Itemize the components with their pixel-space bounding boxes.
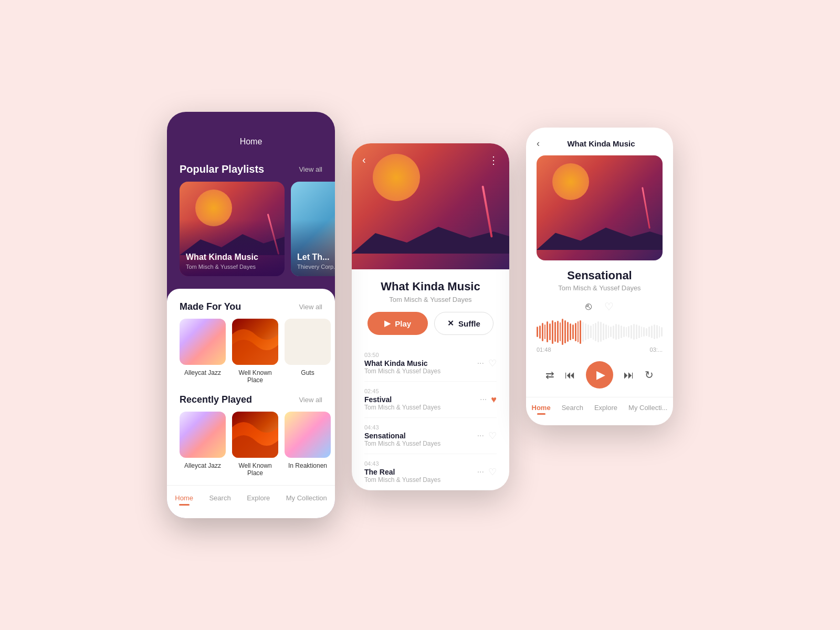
- track-duration-2: 02:45: [364, 388, 480, 394]
- detail-more-button[interactable]: ⋮: [488, 154, 499, 166]
- waveform-bar-22: [593, 324, 594, 340]
- track-item-2[interactable]: 02:45 Festival Tom Misch & Yussef Dayes …: [364, 382, 497, 418]
- waveform-bar-30: [613, 326, 614, 339]
- shuffle-button[interactable]: ✕ Suffle: [434, 312, 494, 335]
- prev-button[interactable]: ⏮: [565, 369, 575, 381]
- waveform-bar-2: [542, 323, 543, 341]
- track-more-4[interactable]: ···: [477, 467, 484, 477]
- nav-explore-label: Explore: [247, 494, 270, 502]
- recent-item-3[interactable]: In Reaktionen: [285, 412, 331, 477]
- track-heart-2[interactable]: ♥: [491, 394, 497, 405]
- guts-art: [285, 319, 331, 365]
- repeat-button[interactable]: ↻: [645, 369, 654, 381]
- nav-home-indicator: [179, 504, 190, 506]
- waveform-bar-29: [610, 327, 612, 337]
- track-item-3[interactable]: 04:43 Sensational Tom Misch & Yussef Day…: [364, 418, 497, 454]
- made-for-you-section: Made For You View all Alleycat Jazz: [167, 289, 335, 518]
- waveform-bar-20: [587, 324, 589, 339]
- nav-collection[interactable]: My Collection: [286, 494, 327, 506]
- nav-home[interactable]: Home: [175, 494, 193, 506]
- play-pause-button[interactable]: ▶: [586, 361, 613, 388]
- screens-container: Home Popular Playlists View all What Kin…: [167, 112, 673, 518]
- next-button[interactable]: ⏭: [624, 369, 634, 381]
- made-view-all[interactable]: View all: [299, 303, 322, 311]
- nav-search-label: Search: [209, 494, 230, 502]
- player-controls-main: ⇄ ⏮ ▶ ⏭ ↻: [526, 357, 673, 397]
- play-label: Play: [395, 319, 411, 328]
- recent-item-1[interactable]: Alleycat Jazz: [180, 412, 226, 477]
- waveform-bar-49: [661, 327, 663, 337]
- alleycat-art: [180, 319, 226, 365]
- track-name-1: What Kinda Music: [364, 359, 477, 368]
- player-nav-home[interactable]: Home: [532, 404, 551, 415]
- waveform-bar-32: [618, 324, 620, 339]
- track-artist-4: Tom Misch & Yussef Dayes: [364, 476, 477, 484]
- shuffle-icon: ✕: [447, 319, 454, 328]
- waveform-bar-34: [623, 327, 625, 337]
- album-item-1[interactable]: Alleycat Jazz: [180, 319, 226, 384]
- play-button[interactable]: ▶ Play: [368, 312, 428, 335]
- waveform-bar-14: [572, 324, 574, 339]
- player-cover: [537, 155, 663, 260]
- waveform-bar-36: [628, 326, 629, 338]
- made-header: Made For You View all: [167, 291, 335, 319]
- track-heart-4[interactable]: ♡: [488, 466, 497, 478]
- track-item-1[interactable]: 03:50 What Kinda Music Tom Misch & Yusse…: [364, 345, 497, 382]
- recent-item-2[interactable]: Well Known Place: [232, 412, 278, 477]
- recently-row: Alleycat Jazz Well Known Place: [167, 412, 335, 485]
- detail-cover: ‹ ⋮: [352, 143, 509, 269]
- playlist-card-2[interactable]: Let Th... Thievery Corp...: [291, 182, 335, 276]
- waveform-bar-24: [597, 321, 599, 342]
- track-actions-2: ··· ♥: [480, 394, 497, 405]
- nav-explore[interactable]: Explore: [247, 494, 270, 506]
- track-more-2[interactable]: ···: [480, 395, 487, 404]
- nav-collection-label: My Collection: [286, 494, 327, 502]
- player-ribbon: [642, 187, 650, 228]
- shuffle-ctrl-button[interactable]: ⇄: [545, 369, 554, 381]
- waveform-bar-12: [567, 322, 569, 342]
- playlist-card-1[interactable]: What Kinda Music Tom Misch & Yussef Daye…: [180, 182, 285, 276]
- track-actions-4: ··· ♡: [477, 466, 497, 478]
- detail-mountain: [352, 222, 509, 254]
- detail-actions: ▶ Play ✕ Suffle: [364, 312, 497, 335]
- waveform-bar-3: [544, 324, 546, 339]
- card1-overlay: What Kinda Music Tom Misch & Yussef Daye…: [180, 246, 285, 276]
- card2-overlay: Let Th... Thievery Corp...: [291, 246, 335, 276]
- track-name-4: The Real: [364, 468, 477, 476]
- player-nav-indicator: [537, 413, 545, 415]
- popular-view-all[interactable]: View all: [299, 165, 322, 173]
- track-heart-1[interactable]: ♡: [488, 358, 497, 369]
- popular-playlists: What Kinda Music Tom Misch & Yussef Daye…: [167, 182, 335, 287]
- waveform-container[interactable]: [526, 317, 673, 346]
- recent-label-1: Alleycat Jazz: [184, 462, 221, 469]
- album-item-3[interactable]: Guts: [285, 319, 331, 384]
- waveform-bar-43: [646, 328, 647, 336]
- nav-search[interactable]: Search: [209, 494, 230, 506]
- track-info-1: 03:50 What Kinda Music Tom Misch & Yusse…: [364, 352, 477, 375]
- track-actions-3: ··· ♡: [477, 430, 497, 442]
- player-nav-explore[interactable]: Explore: [594, 404, 617, 415]
- recently-view-all[interactable]: View all: [299, 396, 322, 404]
- share-icon[interactable]: ⎋: [585, 300, 592, 313]
- recent-label-3: In Reaktionen: [288, 462, 327, 469]
- player-mountain: [537, 224, 663, 250]
- track-list: 03:50 What Kinda Music Tom Misch & Yusse…: [352, 345, 509, 490]
- heart-icon[interactable]: ♡: [604, 300, 614, 313]
- waveform-bar-6: [552, 320, 553, 344]
- sun-decoration: [195, 190, 232, 226]
- track-item-4[interactable]: 04:43 The Real Tom Misch & Yussef Dayes …: [364, 454, 497, 490]
- waveform-bar-33: [621, 326, 622, 338]
- player-nav-collection[interactable]: My Collecti...: [628, 404, 667, 415]
- detail-back-button[interactable]: ‹: [362, 154, 366, 166]
- album-item-2[interactable]: Well Known Place: [232, 319, 278, 384]
- track-heart-3[interactable]: ♡: [488, 430, 497, 442]
- track-artist-3: Tom Misch & Yussef Dayes: [364, 440, 477, 447]
- track-more-3[interactable]: ···: [477, 431, 484, 440]
- track-more-1[interactable]: ···: [477, 359, 484, 368]
- album-thumb-2: [232, 319, 278, 365]
- track-artist-2: Tom Misch & Yussef Dayes: [364, 404, 480, 411]
- track-info-3: 04:43 Sensational Tom Misch & Yussef Day…: [364, 424, 477, 447]
- player-song-title: Sensational: [537, 269, 663, 282]
- player-nav-home-label: Home: [532, 404, 551, 412]
- player-nav-search[interactable]: Search: [562, 404, 583, 415]
